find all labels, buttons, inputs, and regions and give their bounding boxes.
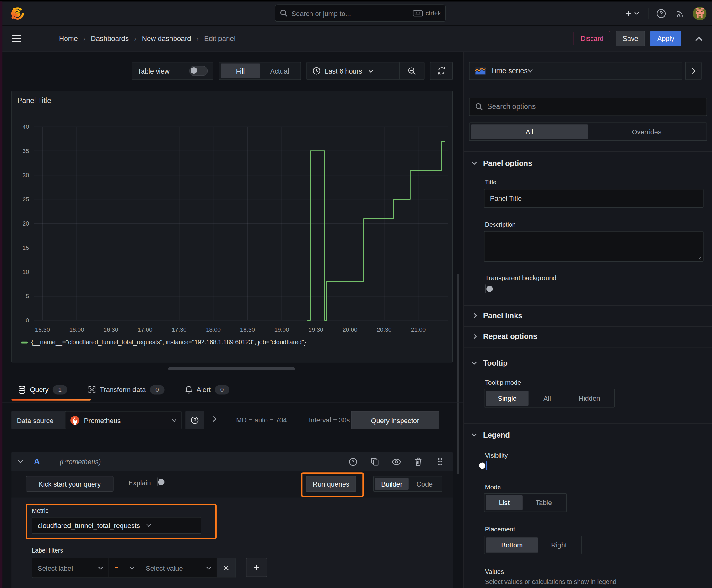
breadcrumb-dashboards[interactable]: Dashboards [91, 34, 129, 42]
toggle-visibility-button[interactable] [390, 455, 403, 468]
chevron-down-icon [206, 566, 211, 569]
discard-button[interactable]: Discard [574, 31, 610, 46]
vertical-scrollbar[interactable] [457, 274, 459, 474]
tooltip-mode-label: Tooltip mode [485, 379, 521, 386]
svg-text:16:00: 16:00 [69, 327, 84, 333]
svg-text:20:30: 20:30 [377, 327, 391, 333]
clock-icon [312, 67, 321, 75]
divider [648, 7, 648, 19]
select-label-dropdown[interactable]: Select label [33, 559, 109, 578]
chevron-down-icon [129, 566, 134, 569]
query-interval-stat: Interval = 30s [309, 416, 350, 424]
breadcrumb-home[interactable]: Home [59, 34, 78, 42]
placement-bottom-segment[interactable]: Bottom [486, 538, 538, 552]
datasource-label: Data source [11, 411, 65, 429]
legend-header[interactable]: Legend [472, 430, 510, 439]
panel-title-input[interactable]: Panel Title [484, 189, 704, 208]
news-rss-button[interactable] [674, 7, 687, 20]
breadcrumb-new-dashboard[interactable]: New dashboard [142, 34, 191, 42]
datasource-picker[interactable]: Prometheus [65, 411, 182, 429]
query-count-badge: 1 [53, 385, 67, 394]
divider [687, 33, 687, 44]
grafana-logo[interactable] [9, 6, 24, 21]
datasource-help-button[interactable] [185, 411, 204, 429]
explain-toggle[interactable] [157, 478, 157, 486]
operator-dropdown[interactable]: = [109, 559, 140, 578]
filter-tab-overrides[interactable]: Overrides [588, 124, 705, 139]
query-editor-body: Kick start your query Explain Run querie… [11, 471, 453, 588]
chevron-right-icon [691, 68, 695, 74]
panel-title[interactable]: Panel Title [17, 97, 51, 105]
resize-handle-icon[interactable] [697, 255, 701, 260]
svg-text:18:30: 18:30 [240, 327, 255, 333]
kick-start-query-button[interactable]: Kick start your query [26, 476, 113, 491]
mega-menu-button[interactable] [10, 32, 23, 45]
query-ref-id[interactable]: A [34, 457, 40, 466]
timeseries-chart[interactable]: 051015202530354015:3016:0016:3017:0017:3… [12, 110, 453, 337]
explain-label: Explain [128, 479, 151, 487]
duplicate-query-button[interactable] [368, 455, 381, 468]
user-avatar[interactable] [693, 6, 706, 20]
fill-segment[interactable]: Fill [221, 64, 260, 78]
breadcrumb-bar: Home › Dashboards › New dashboard › Edit… [0, 25, 712, 52]
tab-transform-data[interactable]: Transform data 0 [88, 385, 164, 394]
table-view-control[interactable]: Table view [132, 62, 213, 80]
svg-text:19:30: 19:30 [308, 327, 323, 333]
metric-select[interactable]: cloudflared_tunnel_total_requests [32, 517, 201, 534]
visualization-picker[interactable]: Time series [469, 62, 683, 80]
run-queries-button[interactable]: Run queries [306, 476, 356, 491]
svg-text:40: 40 [23, 123, 29, 130]
collapse-sidebar-button[interactable] [685, 62, 702, 80]
time-range-picker[interactable]: Last 6 hours [307, 62, 399, 80]
select-value-placeholder: Select value [146, 564, 183, 572]
transparent-bg-toggle[interactable] [485, 284, 486, 293]
save-button[interactable]: Save [616, 31, 645, 46]
legend-table-segment[interactable]: Table [523, 495, 565, 510]
refresh-button[interactable] [430, 62, 453, 80]
horizontal-scrollbar[interactable] [168, 367, 295, 370]
tooltip-hidden-segment[interactable]: Hidden [566, 391, 613, 406]
legend-visibility-toggle[interactable] [486, 461, 487, 469]
add-filter-button[interactable] [246, 558, 267, 577]
query-help-button[interactable] [347, 455, 360, 468]
panel-options-header[interactable]: Panel options [472, 159, 533, 167]
title-field-label: Title [485, 179, 496, 186]
tab-alert[interactable]: Alert 0 [185, 385, 229, 394]
chevron-down-icon [472, 434, 477, 437]
zoom-out-button[interactable] [400, 62, 424, 80]
keyboard-icon [413, 10, 423, 17]
breadcrumb-edit-panel: Edit panel [204, 34, 235, 42]
tab-query[interactable]: Query 1 [18, 385, 67, 394]
remove-filter-button[interactable] [217, 559, 235, 578]
table-view-toggle[interactable] [189, 66, 208, 76]
visualization-name: Time series [490, 67, 528, 75]
query-inspector-button[interactable]: Query inspector [351, 411, 439, 429]
help-button[interactable] [655, 7, 668, 20]
placement-right-segment[interactable]: Right [538, 538, 580, 552]
expand-options-chevron[interactable] [213, 416, 217, 422]
builder-segment[interactable]: Builder [375, 478, 409, 490]
series-color-dash[interactable] [21, 341, 28, 343]
panel-links-header[interactable]: Panel links [474, 311, 522, 320]
select-value-dropdown[interactable]: Select value [140, 559, 217, 578]
tooltip-all-segment[interactable]: All [528, 391, 566, 406]
delete-query-button[interactable] [412, 455, 425, 468]
query-options-stats: MD = auto = 704 [236, 416, 287, 424]
panel-description-textarea[interactable] [484, 231, 704, 261]
add-menu-button[interactable] [622, 7, 642, 20]
actual-segment[interactable]: Actual [260, 64, 299, 78]
series-label[interactable]: {__name__="cloudflared_tunnel_total_requ… [31, 339, 306, 346]
global-search-input[interactable]: Search or jump to... ctrl+k [275, 4, 446, 22]
filter-tab-all[interactable]: All [471, 124, 588, 139]
collapse-options-button[interactable] [693, 32, 706, 45]
transparent-bg-label: Transparent background [485, 275, 557, 282]
code-segment[interactable]: Code [408, 478, 440, 490]
tooltip-single-segment[interactable]: Single [486, 391, 528, 406]
search-options-input[interactable]: Search options [469, 98, 707, 116]
repeat-options-header[interactable]: Repeat options [474, 332, 537, 340]
apply-button[interactable]: Apply [650, 31, 681, 46]
query-row-header[interactable]: A (Prometheus) [11, 452, 453, 471]
legend-list-segment[interactable]: List [486, 495, 523, 510]
drag-handle[interactable] [434, 455, 447, 468]
tooltip-header[interactable]: Tooltip [472, 359, 508, 368]
